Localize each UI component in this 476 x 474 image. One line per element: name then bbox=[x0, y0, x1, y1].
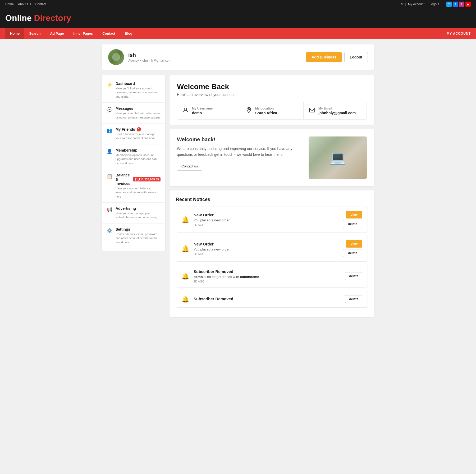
info-username: My Username demo bbox=[177, 102, 240, 119]
topbar-home[interactable]: Home bbox=[5, 2, 14, 6]
contact-us-button[interactable]: Contact us bbox=[177, 162, 202, 171]
my-account-link[interactable]: My Account bbox=[408, 2, 424, 6]
notice-delete-button-4[interactable]: delete bbox=[345, 295, 362, 303]
sidebar-item-dashboard[interactable]: ⚡ Dashboard Here you'll find your accoun… bbox=[102, 78, 165, 103]
nav-home[interactable]: Home bbox=[5, 28, 24, 39]
sidebar-item-advertising[interactable]: 📢 Advertising Here you can manage your w… bbox=[102, 203, 165, 224]
settings-icon: ⚙️ bbox=[107, 228, 112, 234]
location-value: South Africa bbox=[255, 111, 277, 115]
notice-time-3: 2D AGO bbox=[194, 280, 341, 283]
welcome-section: Welcome Back Here's an overview of your … bbox=[170, 75, 374, 125]
notice-actions-4: delete bbox=[345, 295, 362, 303]
notice-info-1: New Order You placed a new order. 2D AGO bbox=[194, 213, 339, 226]
sidebar-item-balance[interactable]: 📋 Balance & Invoices $1,111,233,869.69 V… bbox=[102, 169, 165, 203]
notice-title-2: New Order bbox=[194, 242, 339, 246]
profile-card: ish Agency • johnhnly@gmail.com Add Busi… bbox=[102, 44, 374, 70]
sidebar-friends-desc: Build a friends list and manage your web… bbox=[116, 132, 161, 140]
logo-part1: Online bbox=[5, 13, 34, 23]
notice-delete-button-1[interactable]: delete bbox=[343, 220, 362, 228]
notice-card-1: 🔔 New Order You placed a new order. 2D A… bbox=[176, 207, 368, 233]
location-label: My Location bbox=[255, 107, 277, 110]
youtube-icon[interactable]: ▶ bbox=[465, 2, 471, 7]
notice-desc-3: demo is no longer frends with admindemo. bbox=[194, 275, 341, 279]
logout-link[interactable]: Logout bbox=[429, 2, 439, 6]
sidebar-dashboard-title: Dashboard bbox=[116, 81, 161, 86]
notice-card-2: 🔔 New Order You placed a new order. 2D A… bbox=[176, 236, 368, 262]
sidebar-dashboard-desc: Here you'll find your account overview, … bbox=[116, 86, 161, 99]
nav-blog[interactable]: Blog bbox=[120, 28, 137, 39]
nav-adpage[interactable]: Ad Page bbox=[45, 28, 69, 39]
instagram-icon[interactable]: I bbox=[459, 2, 464, 7]
messages-icon: 💬 bbox=[107, 107, 112, 113]
email-label: My Email bbox=[318, 107, 356, 110]
profile-actions: Add Business Logout bbox=[306, 52, 368, 62]
svg-rect-2 bbox=[309, 108, 315, 112]
notice-time-2: 2D AGO bbox=[194, 252, 339, 256]
facebook-icon[interactable]: f bbox=[453, 2, 458, 7]
welcome-back-text: Welcome back! We are constantly updating… bbox=[177, 136, 302, 171]
username-value: demo bbox=[192, 111, 213, 115]
email-icon bbox=[309, 107, 315, 115]
notice-card-3: 🔔 Subscriber Removed demo is no longer f… bbox=[176, 265, 368, 288]
notice-title-1: New Order bbox=[194, 213, 339, 217]
sidebar-item-friends[interactable]: 👥 My Friends 1 Build a friends list and … bbox=[102, 124, 165, 144]
nav-contact[interactable]: Contact bbox=[98, 28, 120, 39]
notice-actions-3: delete bbox=[345, 272, 362, 280]
topbar-right: $ | My Account | Logout | T f I ▶ bbox=[401, 2, 471, 7]
avatar-image bbox=[108, 49, 124, 65]
membership-icon: 👤 bbox=[107, 149, 112, 154]
notice-info-2: New Order You placed a new order. 2D AGO bbox=[194, 242, 339, 256]
sidebar-balance-text: Balance & Invoices $1,111,233,869.69 Vie… bbox=[116, 173, 161, 199]
nav-account[interactable]: MY ACCOUNT bbox=[447, 32, 471, 35]
sidebar-advertising-title: Advertising bbox=[116, 206, 161, 211]
bell-icon-4: 🔔 bbox=[181, 295, 189, 303]
balance-icon: 📋 bbox=[107, 174, 112, 179]
sidebar-settings-text: Settings Contact details, email, passwor… bbox=[116, 227, 161, 244]
nav-search[interactable]: Search bbox=[24, 28, 45, 39]
notice-delete-button-2[interactable]: delete bbox=[343, 249, 362, 257]
sidebar-membership-text: Membership Membership options, account u… bbox=[116, 148, 161, 165]
advertising-icon: 📢 bbox=[107, 207, 112, 213]
email-info: My Email johnhnly@gmail.com bbox=[318, 107, 356, 115]
notice-info-3: Subscriber Removed demo is no longer fre… bbox=[194, 269, 341, 283]
header: Online Directory bbox=[0, 8, 476, 28]
notice-delete-button-3[interactable]: delete bbox=[345, 272, 362, 280]
bell-icon-2: 🔔 bbox=[181, 245, 189, 252]
twitter-icon[interactable]: T bbox=[446, 2, 452, 7]
sidebar-item-membership[interactable]: 👤 Membership Membership options, account… bbox=[102, 144, 165, 169]
notice-actions-2: view delete bbox=[343, 240, 362, 257]
notice-view-button-1[interactable]: view bbox=[346, 211, 362, 218]
welcome-sub: Here's an overview of your account. bbox=[177, 93, 367, 97]
notice-view-button-2[interactable]: view bbox=[346, 240, 362, 248]
divider3: | bbox=[441, 2, 442, 6]
profile-logout-button[interactable]: Logout bbox=[344, 52, 368, 62]
social-icons: T f I ▶ bbox=[446, 2, 471, 7]
bell-icon-3: 🔔 bbox=[181, 272, 189, 280]
topbar-about[interactable]: About Us bbox=[18, 2, 31, 6]
main-panel: Welcome Back Here's an overview of your … bbox=[170, 75, 374, 317]
divider2: | bbox=[427, 2, 427, 6]
sidebar-item-settings[interactable]: ⚙️ Settings Contact details, email, pass… bbox=[102, 224, 165, 248]
avatar bbox=[108, 49, 124, 65]
profile-left: ish Agency • johnhnly@gmail.com bbox=[108, 49, 171, 65]
laptop-illustration bbox=[309, 136, 367, 179]
sidebar-advertising-desc: Here you can manage your website banners… bbox=[116, 211, 161, 220]
svg-point-0 bbox=[185, 108, 187, 110]
nav-innerpages[interactable]: Inner Pages bbox=[69, 28, 98, 39]
sidebar-membership-desc: Membership options, account upgrades and… bbox=[116, 153, 161, 165]
username-label: My Username bbox=[192, 107, 213, 110]
sidebar-balance-desc: View your account balance, invoices and … bbox=[116, 186, 161, 199]
add-business-button[interactable]: Add Business bbox=[306, 52, 341, 62]
username-icon bbox=[182, 107, 189, 115]
main-nav: Home Search Ad Page Inner Pages Contact … bbox=[0, 28, 476, 39]
sidebar-settings-title: Settings bbox=[116, 227, 161, 231]
sidebar: ⚡ Dashboard Here you'll find your accoun… bbox=[102, 75, 165, 251]
info-boxes: My Username demo My Location South Af bbox=[177, 102, 367, 120]
topbar-contact[interactable]: Contact bbox=[35, 2, 46, 6]
friends-badge: 1 bbox=[137, 127, 141, 131]
sidebar-friends-title: My Friends 1 bbox=[116, 127, 161, 131]
welcome-back-card: Welcome back! We are constantly updating… bbox=[170, 129, 374, 186]
sidebar-item-messages[interactable]: 💬 Messages Here you can chat with other … bbox=[102, 103, 165, 124]
divider: | bbox=[405, 2, 406, 6]
welcome-back-title: Welcome back! bbox=[177, 136, 302, 143]
